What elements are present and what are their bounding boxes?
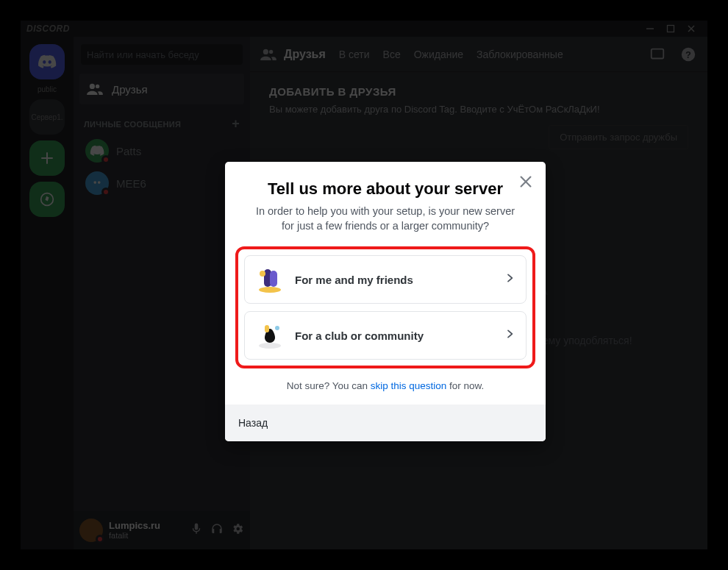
option-for-community[interactable]: For a club or community: [244, 311, 527, 360]
option-for-friends[interactable]: For me and my friends: [244, 255, 527, 304]
close-icon: [518, 174, 534, 190]
modal-subtitle: In order to help you with your setup, is…: [246, 204, 525, 233]
back-button[interactable]: Назад: [238, 417, 268, 429]
svg-rect-18: [270, 271, 277, 287]
option-label: For a club or community: [295, 329, 493, 342]
skip-question-link[interactable]: skip this question: [371, 380, 447, 391]
option-label: For me and my friends: [295, 274, 493, 286]
modal-title: Tell us more about your server: [246, 179, 525, 199]
modal-close-button[interactable]: [516, 172, 535, 191]
svg-rect-21: [265, 325, 269, 332]
server-type-modal: Tell us more about your server In order …: [225, 162, 546, 441]
svg-point-20: [259, 343, 281, 349]
svg-point-16: [259, 287, 281, 293]
highlighted-options-group: For me and my friends For a club or comm…: [235, 246, 535, 368]
chevron-right-icon: [504, 272, 515, 287]
svg-point-19: [260, 271, 265, 277]
svg-point-22: [275, 326, 279, 330]
app-frame: DISCORD public Сервер1.: [21, 21, 707, 549]
chevron-right-icon: [504, 328, 515, 343]
community-option-icon: [255, 321, 285, 350]
skip-line: Not sure? You can skip this question for…: [225, 374, 546, 405]
friends-option-icon: [255, 265, 285, 294]
